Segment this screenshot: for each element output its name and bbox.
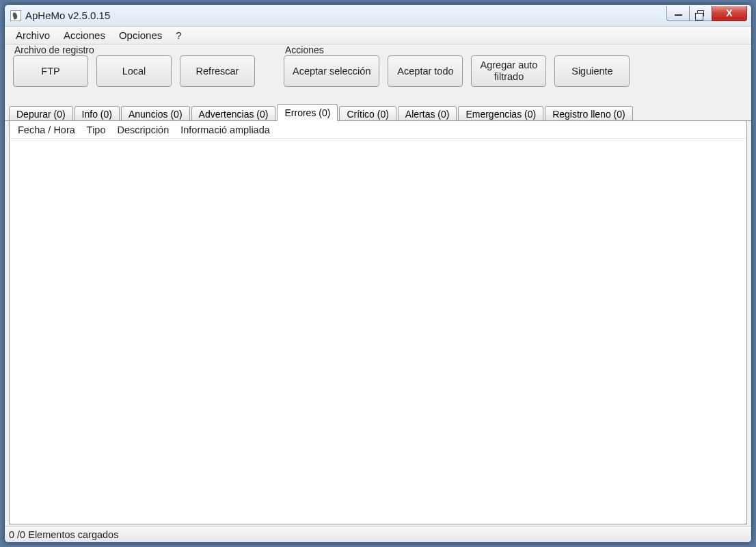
- group-actions-legend: Acciones: [284, 44, 325, 55]
- accept-selection-button[interactable]: Aceptar selección: [284, 55, 379, 87]
- next-button[interactable]: Siguiente: [554, 55, 630, 87]
- close-button[interactable]: X: [712, 6, 747, 21]
- titlebar[interactable]: ApHeMo v2.5.0.15 X: [5, 5, 751, 27]
- group-actions: Acciones Aceptar selección Aceptar todo …: [280, 46, 634, 91]
- maximize-button[interactable]: [689, 6, 712, 21]
- window-title: ApHeMo v2.5.0.15: [25, 10, 667, 21]
- tab-1[interactable]: Info (0): [75, 106, 120, 121]
- toolbar-groups: Archivo de registro FTP Local Refrescar …: [5, 44, 751, 96]
- tab-strip: Depurar (0)Info (0)Anuncios (0)Advertenc…: [5, 103, 751, 121]
- tab-8[interactable]: Registro lleno (0): [545, 106, 633, 121]
- tab-4[interactable]: Errores (0): [277, 104, 338, 121]
- close-icon: X: [726, 8, 732, 18]
- add-auto-filtered-button[interactable]: Agregar auto filtrado: [471, 55, 546, 87]
- actions-button-row: Aceptar selección Aceptar todo Agregar a…: [284, 55, 630, 87]
- status-bar: 0 /0 Elementos cargados: [5, 526, 751, 542]
- minimize-button[interactable]: [666, 6, 690, 21]
- tab-7[interactable]: Emergencias (0): [458, 106, 543, 121]
- tab-0[interactable]: Depurar (0): [9, 106, 73, 121]
- group-log-legend: Archivo de registro: [13, 44, 96, 55]
- log-button-row: FTP Local Refrescar: [13, 55, 255, 87]
- tab-3[interactable]: Advertencias (0): [191, 106, 276, 121]
- menu-archivo[interactable]: Archivo: [9, 28, 57, 42]
- accept-all-button[interactable]: Aceptar todo: [388, 55, 463, 87]
- col-extended-info[interactable]: Informació ampliada: [175, 124, 276, 135]
- local-button[interactable]: Local: [96, 55, 172, 87]
- menu-acciones[interactable]: Acciones: [57, 28, 112, 42]
- tab-5[interactable]: Crítico (0): [339, 106, 396, 121]
- col-description[interactable]: Descripción: [112, 124, 176, 135]
- refresh-button[interactable]: Refrescar: [180, 55, 255, 87]
- tab-2[interactable]: Anuncios (0): [121, 106, 190, 121]
- group-log-file: Archivo de registro FTP Local Refrescar: [9, 46, 259, 91]
- log-list-area: Fecha / Hora Tipo Descripción Informació…: [9, 121, 747, 524]
- column-headers: Fecha / Hora Tipo Descripción Informació…: [10, 121, 746, 139]
- window-buttons: X: [667, 6, 747, 21]
- menu-bar: Archivo Acciones Opciones ?: [5, 27, 751, 44]
- menu-help[interactable]: ?: [169, 28, 188, 42]
- ftp-button[interactable]: FTP: [13, 55, 88, 87]
- log-list-body[interactable]: [10, 139, 746, 524]
- col-date-time[interactable]: Fecha / Hora: [12, 124, 81, 135]
- tab-6[interactable]: Alertas (0): [398, 106, 457, 121]
- maximize-icon: [697, 10, 704, 16]
- menu-opciones[interactable]: Opciones: [112, 28, 169, 42]
- app-icon: [10, 10, 21, 21]
- status-text: 0 /0 Elementos cargados: [9, 529, 118, 540]
- col-type[interactable]: Tipo: [81, 124, 112, 135]
- app-window: ApHeMo v2.5.0.15 X Archivo Acciones Opci…: [4, 4, 752, 543]
- minimize-icon: [675, 14, 682, 16]
